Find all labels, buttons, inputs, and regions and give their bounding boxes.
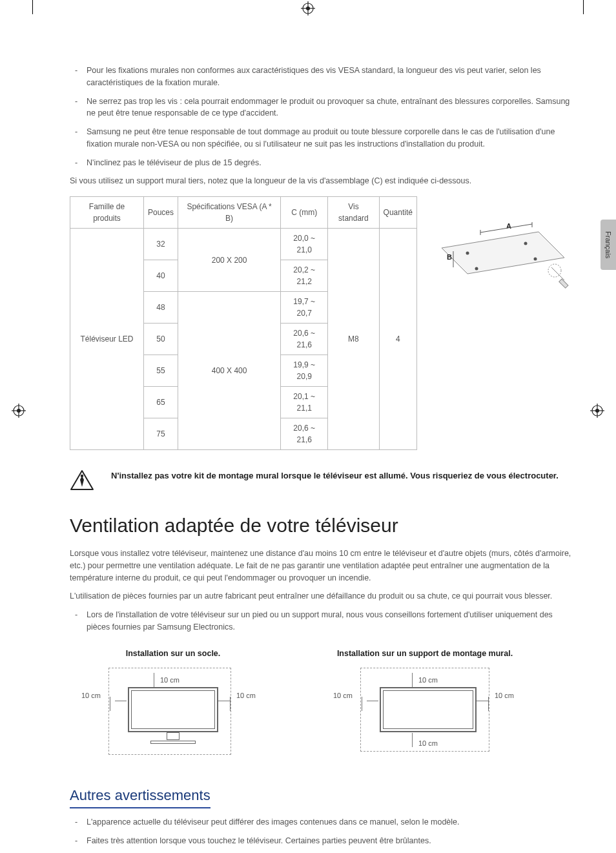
section-heading-ventilation: Ventilation adaptée de votre téléviseur	[70, 511, 577, 540]
paragraph: Lorsque vous installez votre téléviseur,…	[70, 548, 577, 584]
cell-inches: 48	[144, 292, 178, 324]
cell-c: 20,6 ~ 21,6	[281, 324, 328, 355]
list-item: Pour les fixations murales non conformes…	[79, 65, 577, 89]
bottom-bullet-list: L'apparence actuelle du téléviseur peut …	[70, 816, 577, 847]
list-item: Faites très attention lorsque vous touch…	[79, 835, 577, 847]
col-header-family: Famille de produits	[70, 197, 144, 229]
col-header-inches: Pouces	[144, 197, 178, 229]
dim-label-left: 10 cm	[81, 690, 101, 701]
vesa-spec-table: Famille de produits Pouces Spécification…	[70, 196, 417, 450]
page-content: Français Pour les fixations murales non …	[0, 0, 616, 853]
cell-inches: 40	[144, 260, 178, 292]
cell-inches: 32	[144, 229, 178, 260]
cell-inches: 75	[144, 418, 178, 450]
cell-inches: 65	[144, 387, 178, 418]
cell-c: 19,7 ~ 20,7	[281, 292, 328, 324]
cell-c: 20,6 ~ 21,6	[281, 418, 328, 450]
col-header-screw: Vis standard	[328, 197, 379, 229]
col-header-qty: Quantité	[379, 197, 416, 229]
list-item: Ne serrez pas trop les vis : cela pourra…	[79, 96, 577, 120]
svg-point-20	[524, 242, 528, 245]
svg-point-19	[466, 252, 469, 255]
figure-stand-install: Installation sur un socle. 10 cm 10 cm 1…	[70, 648, 276, 762]
warning-block: N'installez pas votre kit de montage mur…	[70, 469, 577, 491]
figure-wall-mount-install: Installation sur un support de montage m…	[322, 648, 528, 762]
dim-label-left: 10 cm	[333, 690, 353, 701]
dim-label-top: 10 cm	[160, 675, 180, 686]
svg-line-24	[551, 267, 564, 280]
svg-point-22	[534, 258, 537, 261]
cell-family: Téléviseur LED	[70, 229, 144, 450]
paragraph: L'utilisation de pièces fournies par un …	[70, 590, 577, 602]
svg-point-27	[81, 475, 83, 477]
section-heading-warnings: Autres avertissements	[70, 785, 210, 808]
top-bullet-list: Pour les fixations murales non conformes…	[70, 65, 577, 169]
warning-text: N'installez pas votre kit de montage mur…	[111, 469, 559, 482]
language-tab: Français	[601, 220, 617, 270]
svg-point-21	[475, 267, 478, 271]
dim-label-top: 10 cm	[418, 675, 438, 686]
diagram-label-b: B	[447, 253, 452, 261]
intro-paragraph: Si vous utilisez un support mural tiers,…	[70, 175, 577, 187]
cell-c: 20,1 ~ 21,1	[281, 387, 328, 418]
dim-label-right: 10 cm	[495, 690, 514, 701]
cell-c: 19,9 ~ 20,9	[281, 355, 328, 387]
cell-screw: M8	[328, 229, 379, 450]
dim-label-bottom: 10 cm	[418, 738, 438, 749]
table-row: Téléviseur LED 32 200 X 200 20,0 ~ 21,0 …	[70, 229, 417, 260]
dim-label-right: 10 cm	[236, 690, 256, 701]
diagram-label-a: A	[506, 222, 511, 230]
figure-caption: Installation sur un support de montage m…	[322, 648, 528, 660]
cell-c: 20,2 ~ 21,2	[281, 260, 328, 292]
warning-triangle-icon	[70, 469, 94, 491]
cell-vesa: 200 X 200	[178, 229, 281, 292]
figure-caption: Installation sur un socle.	[70, 648, 276, 660]
svg-marker-12	[442, 232, 564, 274]
list-item: N'inclinez pas le téléviseur de plus de …	[79, 157, 577, 169]
list-item: Lors de l'installation de votre télévise…	[79, 609, 577, 633]
mid-bullet-list: Lors de l'installation de votre télévise…	[70, 609, 577, 633]
cell-c: 20,0 ~ 21,0	[281, 229, 328, 260]
col-header-vesa: Spécifications VESA (A * B)	[178, 197, 281, 229]
mount-diagram: A B	[435, 222, 577, 300]
cell-inches: 55	[144, 355, 178, 387]
list-item: L'apparence actuelle du téléviseur peut …	[79, 816, 577, 828]
col-header-c: C (mm)	[281, 197, 328, 229]
cell-qty: 4	[379, 229, 416, 450]
svg-rect-25	[559, 279, 568, 288]
cell-inches: 50	[144, 324, 178, 355]
cell-vesa: 400 X 400	[178, 292, 281, 450]
list-item: Samsung ne peut être tenue responsable d…	[79, 126, 577, 150]
